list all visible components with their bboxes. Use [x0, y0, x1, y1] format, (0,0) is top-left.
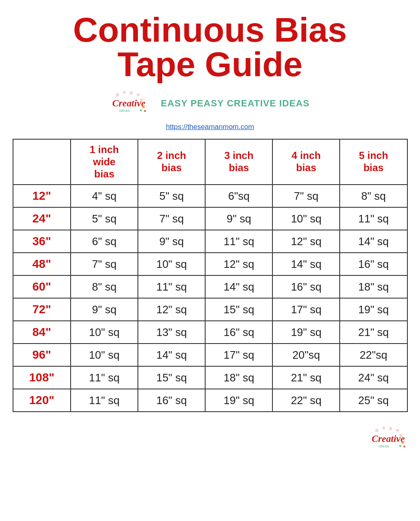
svg-text:Creative: Creative	[372, 434, 405, 444]
table-cell: 10" sq	[71, 344, 138, 366]
table-row: 108"11" sq15" sq18" sq21" sq24" sq	[13, 366, 407, 389]
table-cell: 17" sq	[272, 298, 340, 321]
row-label: 12"	[13, 185, 71, 207]
table-cell: 10" sq	[71, 321, 138, 344]
row-label: 108"	[13, 366, 71, 389]
table-cell: 11" sq	[71, 366, 138, 389]
table-cell: 19" sq	[272, 321, 340, 344]
table-cell: 11" sq	[71, 389, 138, 412]
svg-point-10	[375, 429, 378, 432]
table-cell: 12" sq	[138, 298, 205, 321]
col-header-2inch: 2 inchbias	[138, 139, 205, 185]
col-header-empty	[13, 139, 71, 185]
table-cell: 8" sq	[71, 275, 138, 298]
table-cell: 6"sq	[205, 185, 272, 207]
table-cell: 16" sq	[205, 321, 272, 344]
svg-point-11	[382, 427, 385, 430]
table-cell: 25" sq	[340, 389, 407, 412]
table-cell: 10" sq	[272, 207, 340, 230]
table-cell: 11" sq	[340, 207, 407, 230]
table-cell: 9" sq	[138, 230, 205, 253]
table-cell: 6" sq	[71, 230, 138, 253]
table-cell: 14" sq	[340, 230, 407, 253]
svg-point-8	[140, 109, 142, 111]
col-header-5inch: 5 inchbias	[340, 139, 407, 185]
table-cell: 15" sq	[205, 298, 272, 321]
table-cell: 15" sq	[138, 366, 205, 389]
table-cell: 11" sq	[205, 230, 272, 253]
svg-text:ideas: ideas	[119, 108, 130, 113]
row-label: 24"	[13, 207, 71, 230]
bias-tape-table: 1 inchwidebias 2 inchbias 3 inchbias 4 i…	[13, 139, 408, 412]
table-cell: 18" sq	[205, 366, 272, 389]
table-cell: 5" sq	[138, 185, 205, 207]
table-header-row: 1 inchwidebias 2 inchbias 3 inchbias 4 i…	[13, 139, 407, 185]
col-header-1inch: 1 inchwidebias	[71, 139, 138, 185]
table-cell: 7" sq	[71, 253, 138, 275]
table-cell: 22"sq	[340, 344, 407, 366]
table-row: 48"7" sq10" sq12" sq14" sq16" sq	[13, 253, 407, 275]
svg-point-7	[142, 106, 145, 108]
table-cell: 20"sq	[272, 344, 340, 366]
svg-point-13	[396, 429, 399, 432]
svg-point-3	[137, 93, 140, 96]
table-row: 60"8" sq11" sq14" sq16" sq18" sq	[13, 275, 407, 298]
svg-point-0	[116, 93, 119, 96]
table-cell: 4" sq	[71, 185, 138, 207]
svg-point-2	[129, 91, 133, 95]
table-cell: 12" sq	[272, 230, 340, 253]
table-cell: 14" sq	[205, 275, 272, 298]
table-cell: 10" sq	[138, 253, 205, 275]
table-cell: 19" sq	[205, 389, 272, 412]
table-cell: 11" sq	[138, 275, 205, 298]
page-title: Continuous Bias Tape Guide	[73, 13, 347, 82]
table-cell: 16" sq	[138, 389, 205, 412]
website-url[interactable]: https://theseamanmom.com	[166, 123, 254, 131]
brand-name: EASY PEASY CREATIVE IDEAS	[161, 98, 310, 109]
table-cell: 16" sq	[340, 253, 407, 275]
table-row: 120"11" sq16" sq19" sq22" sq25" sq	[13, 389, 407, 412]
svg-point-9	[144, 110, 146, 112]
table-row: 24"5" sq7" sq9" sq10" sq11" sq	[13, 207, 407, 230]
table-cell: 14" sq	[138, 344, 205, 366]
row-label: 36"	[13, 230, 71, 253]
table-cell: 21" sq	[272, 366, 340, 389]
table-cell: 19" sq	[340, 298, 407, 321]
table-cell: 13" sq	[138, 321, 205, 344]
table-row: 96"10" sq14" sq17" sq20"sq22"sq	[13, 344, 407, 366]
row-label: 60"	[13, 275, 71, 298]
table-cell: 9" sq	[205, 207, 272, 230]
table-cell: 14" sq	[272, 253, 340, 275]
table-cell: 16" sq	[272, 275, 340, 298]
footer-logo-icon: Creative ideas	[370, 425, 408, 453]
table-cell: 9" sq	[71, 298, 138, 321]
svg-point-12	[389, 427, 392, 431]
svg-point-17	[401, 441, 404, 444]
table-cell: 7" sq	[138, 207, 205, 230]
svg-point-18	[399, 445, 401, 447]
logo-icon: Creative ideas	[111, 89, 148, 118]
table-cell: 8" sq	[340, 185, 407, 207]
table-cell: 18" sq	[340, 275, 407, 298]
row-label: 96"	[13, 344, 71, 366]
table-cell: 12" sq	[205, 253, 272, 275]
footer-logo-area: Creative ideas	[13, 425, 408, 453]
table-cell: 17" sq	[205, 344, 272, 366]
table-row: 12"4" sq5" sq6"sq7" sq8" sq	[13, 185, 407, 207]
svg-point-1	[123, 91, 126, 94]
row-label: 72"	[13, 298, 71, 321]
table-cell: 7" sq	[272, 185, 340, 207]
row-label: 48"	[13, 253, 71, 275]
svg-point-19	[403, 446, 405, 448]
table-cell: 5" sq	[71, 207, 138, 230]
table-row: 36"6" sq9" sq11" sq12" sq14" sq	[13, 230, 407, 253]
table-row: 72"9" sq12" sq15" sq17" sq19" sq	[13, 298, 407, 321]
table-cell: 21" sq	[340, 321, 407, 344]
table-cell: 24" sq	[340, 366, 407, 389]
col-header-3inch: 3 inchbias	[205, 139, 272, 185]
svg-text:Creative: Creative	[112, 98, 145, 108]
col-header-4inch: 4 inchbias	[272, 139, 340, 185]
row-label: 120"	[13, 389, 71, 412]
row-label: 84"	[13, 321, 71, 344]
svg-text:ideas: ideas	[378, 444, 389, 449]
